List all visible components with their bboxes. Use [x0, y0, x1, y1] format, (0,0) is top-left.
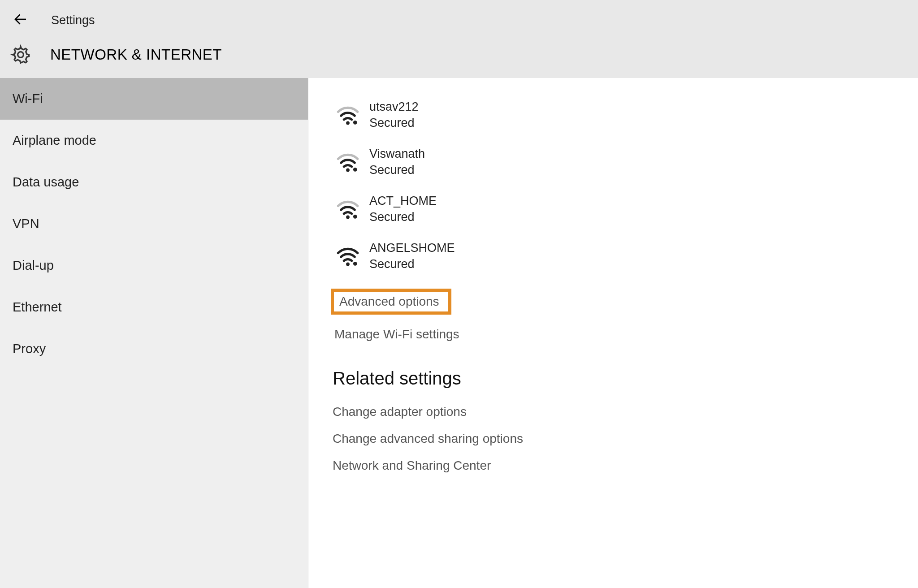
- page-title: NETWORK & INTERNET: [50, 46, 222, 63]
- related-link-sharing[interactable]: Change advanced sharing options: [331, 425, 896, 452]
- sidebar-item-wifi[interactable]: Wi-Fi: [0, 78, 308, 120]
- sidebar-item-dial-up[interactable]: Dial-up: [0, 245, 308, 286]
- network-name: utsav212: [369, 99, 419, 115]
- main-panel: utsav212 Secured Viswanath Secured ACT_H…: [308, 78, 918, 588]
- svg-point-3: [353, 121, 357, 125]
- network-info: ACT_HOME Secured: [369, 193, 437, 225]
- svg-point-9: [353, 262, 357, 266]
- wifi-icon: [336, 103, 359, 126]
- back-icon[interactable]: [13, 11, 29, 30]
- network-status: Secured: [369, 209, 437, 225]
- sidebar-item-airplane-mode[interactable]: Airplane mode: [0, 120, 308, 161]
- manage-wifi-link[interactable]: Manage Wi-Fi settings: [331, 322, 459, 347]
- sidebar-item-proxy[interactable]: Proxy: [0, 328, 308, 370]
- network-status: Secured: [369, 256, 455, 272]
- network-status: Secured: [369, 162, 425, 178]
- wifi-icon: [336, 244, 359, 268]
- gear-icon: [10, 44, 31, 65]
- network-name: ACT_HOME: [369, 193, 437, 209]
- svg-point-8: [346, 263, 350, 266]
- network-item[interactable]: utsav212 Secured: [331, 91, 896, 138]
- network-item[interactable]: ANGELSHOME Secured: [331, 233, 896, 280]
- header: Settings NETWORK & INTERNET: [0, 0, 918, 78]
- header-top: Settings: [0, 7, 918, 34]
- svg-point-4: [346, 169, 350, 172]
- highlighted-advanced-options: Advanced options: [331, 280, 896, 318]
- related-settings-heading: Related settings: [331, 368, 896, 389]
- advanced-options-link[interactable]: Advanced options: [339, 294, 439, 309]
- app-title: Settings: [51, 13, 95, 27]
- svg-point-5: [353, 168, 357, 172]
- wifi-icon: [336, 197, 359, 220]
- svg-point-1: [18, 52, 24, 58]
- network-info: Viswanath Secured: [369, 146, 425, 178]
- network-item[interactable]: ACT_HOME Secured: [331, 186, 896, 233]
- svg-point-7: [353, 215, 357, 219]
- sidebar: Wi-Fi Airplane mode Data usage VPN Dial-…: [0, 78, 308, 588]
- header-bottom: NETWORK & INTERNET: [0, 34, 918, 78]
- sidebar-item-data-usage[interactable]: Data usage: [0, 161, 308, 203]
- network-info: utsav212 Secured: [369, 99, 419, 131]
- sidebar-item-vpn[interactable]: VPN: [0, 203, 308, 245]
- network-info: ANGELSHOME Secured: [369, 240, 455, 272]
- network-name: ANGELSHOME: [369, 240, 455, 256]
- network-item[interactable]: Viswanath Secured: [331, 138, 896, 186]
- sidebar-item-ethernet[interactable]: Ethernet: [0, 286, 308, 328]
- svg-point-2: [346, 121, 350, 125]
- related-link-nsc[interactable]: Network and Sharing Center: [331, 452, 896, 479]
- wifi-icon: [336, 150, 359, 173]
- svg-point-6: [346, 216, 350, 219]
- network-name: Viswanath: [369, 146, 425, 162]
- network-status: Secured: [369, 115, 419, 131]
- body: Wi-Fi Airplane mode Data usage VPN Dial-…: [0, 78, 918, 588]
- related-link-adapter[interactable]: Change adapter options: [331, 398, 896, 425]
